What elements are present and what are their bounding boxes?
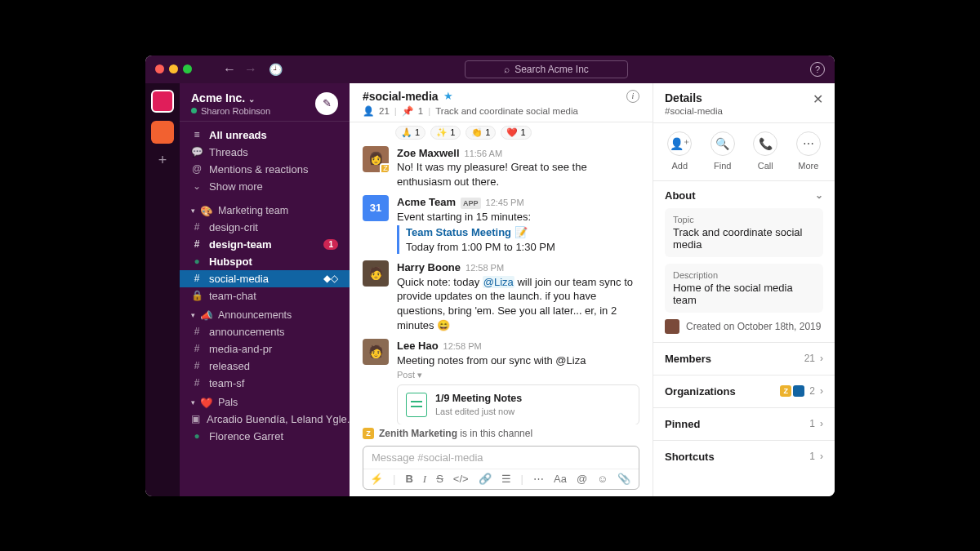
- bold-button[interactable]: B: [405, 473, 412, 485]
- message[interactable]: 🧑 Lee Hao12:58 PM Meeting notes from our…: [350, 335, 653, 424]
- code-button[interactable]: </>: [453, 473, 469, 485]
- reaction[interactable]: 👏1: [466, 126, 496, 140]
- minimize-window-button[interactable]: [169, 64, 178, 73]
- sidebar-channel-hubspot[interactable]: ●Hubspot: [180, 253, 350, 270]
- details-add-button[interactable]: 👤⁺Add: [658, 131, 702, 171]
- details-find-button[interactable]: 🔍Find: [702, 131, 745, 171]
- more-format-button[interactable]: ⋯: [533, 473, 544, 485]
- message-author[interactable]: Zoe Maxwell: [397, 146, 460, 161]
- details-about-section: About⌄ Topic Track and coordinate social…: [653, 181, 835, 343]
- sidebar-channel-released[interactable]: #released: [180, 358, 350, 375]
- unread-badge: 1: [323, 239, 338, 250]
- sidebar-channel-social-media[interactable]: #social-media◆◇: [180, 270, 350, 287]
- pin-icon: 📌: [402, 105, 413, 117]
- composer-input[interactable]: Message #social-media: [363, 447, 639, 469]
- sidebar-threads[interactable]: 💬Threads: [180, 144, 350, 161]
- post-type-label[interactable]: Post ▾: [397, 369, 639, 381]
- reaction[interactable]: ✨1: [430, 126, 461, 140]
- details-organizations-row[interactable]: OrganizationsZ2 ›: [653, 375, 835, 408]
- shortcuts-button[interactable]: ⚡: [370, 473, 383, 485]
- pin-count[interactable]: 1: [418, 106, 423, 116]
- link-button[interactable]: 🔗: [479, 473, 492, 485]
- created-info: Created on October 18th, 2019: [665, 319, 823, 334]
- details-call-button[interactable]: 📞Call: [744, 131, 787, 171]
- file-attachment[interactable]: 1/9 Meeting Notes Last edited just now: [397, 384, 639, 424]
- details-pinned-row[interactable]: Pinned1 ›: [653, 408, 835, 441]
- details-more-button[interactable]: ⋯More: [787, 131, 831, 171]
- person-icon: 👤: [363, 105, 374, 117]
- italic-button[interactable]: I: [423, 473, 426, 486]
- channel-name[interactable]: #social-media: [363, 90, 439, 103]
- sidebar-dm-2[interactable]: ●Florence Garret: [180, 428, 350, 445]
- strike-button[interactable]: S: [436, 473, 443, 485]
- message-composer[interactable]: Message #social-media ⚡| B I S </> 🔗 ☰ |…: [363, 446, 639, 490]
- details-members-row[interactable]: Members21 ›: [653, 343, 835, 375]
- chevron-down-icon: ⌄: [191, 180, 203, 192]
- details-pane: Details #social-media ✕ 👤⁺Add 🔍Find 📞Cal…: [653, 83, 835, 496]
- sidebar-channel-media-and-pr[interactable]: #media-and-pr: [180, 340, 350, 358]
- add-workspace-button[interactable]: +: [158, 152, 167, 169]
- message[interactable]: 31 Acme TeamAPP12:45 PM Event starting i…: [350, 192, 653, 257]
- maximize-window-button[interactable]: [183, 64, 192, 73]
- sidebar-channel-announcements[interactable]: #announcements: [180, 323, 350, 340]
- sidebar-dm-1[interactable]: ▣Arcadio Buendía, Leland Ygle...: [180, 411, 350, 428]
- calendar-event[interactable]: Team Status Meeting 📝 Today from 1:00 PM…: [397, 225, 555, 254]
- star-icon[interactable]: ★: [443, 90, 453, 102]
- channel-topic-short[interactable]: Track and coordinate social media: [435, 106, 578, 116]
- about-header[interactable]: About⌄: [665, 189, 823, 202]
- workspace-switcher-2[interactable]: [151, 121, 174, 144]
- sidebar-channel-team-sf[interactable]: #team-sf: [180, 375, 350, 392]
- app-badge: APP: [461, 198, 481, 209]
- message-author[interactable]: Acme Team: [397, 195, 456, 210]
- history-button[interactable]: 🕘: [269, 63, 283, 76]
- avatar[interactable]: 31: [363, 195, 389, 221]
- channel-info-button[interactable]: i: [626, 90, 639, 103]
- attach-button[interactable]: 📎: [617, 473, 630, 485]
- list-button[interactable]: ☰: [501, 473, 511, 485]
- message-author[interactable]: Lee Hao: [397, 339, 439, 353]
- help-button[interactable]: ?: [810, 62, 825, 77]
- sidebar-mentions[interactable]: @Mentions & reactions: [180, 161, 350, 178]
- description-block[interactable]: Description Home of the social media tea…: [665, 264, 823, 313]
- avatar[interactable]: 👩Z: [363, 146, 389, 172]
- compose-button[interactable]: ✎: [315, 92, 338, 115]
- nav-back-button[interactable]: ←: [223, 62, 236, 77]
- avatar[interactable]: 🧑: [363, 339, 389, 365]
- reaction-row: 🙏1 ✨1 👏1 ❤️1: [350, 122, 653, 141]
- channel-header: #social-media ★ i 👤21 | 📌1 | Track and c…: [350, 83, 653, 122]
- org-badge-icon: Z: [363, 428, 374, 439]
- workspace-switcher-1[interactable]: [151, 90, 174, 113]
- sidebar-show-more[interactable]: ⌄Show more: [180, 178, 350, 195]
- reaction[interactable]: ❤️1: [501, 126, 531, 140]
- mention-button[interactable]: @: [577, 473, 587, 485]
- message[interactable]: 👩Z Zoe Maxwell11:56 AM No! It was my ple…: [350, 143, 653, 193]
- workspace-name[interactable]: Acme Inc. ⌄: [191, 91, 270, 104]
- nav-forward-button[interactable]: →: [244, 62, 257, 77]
- message-list: 👩Z Zoe Maxwell11:56 AM No! It was my ple…: [350, 141, 653, 424]
- close-details-button[interactable]: ✕: [813, 91, 823, 107]
- avatar[interactable]: 🧑: [363, 260, 389, 287]
- sidebar: Acme Inc. ⌄ Sharon Robinson ✎ ≡All unrea…: [180, 83, 350, 496]
- find-icon: 🔍: [710, 131, 735, 156]
- message-author[interactable]: Harry Boone: [397, 260, 461, 275]
- sidebar-all-unreads[interactable]: ≡All unreads: [180, 127, 350, 144]
- message-body: Event starting in 15 minutes:: [397, 210, 555, 224]
- format-toggle-button[interactable]: Aa: [554, 473, 567, 485]
- sidebar-group-announcements[interactable]: ▾📣Announcements: [180, 304, 350, 323]
- message[interactable]: 🧑 Harry Boone12:58 PM Quick note: today …: [350, 257, 653, 335]
- presence-indicator: [191, 108, 197, 113]
- status-emoji: Z: [380, 163, 389, 172]
- search-input[interactable]: ⌕ Search Acme Inc: [465, 60, 628, 78]
- member-count[interactable]: 21: [379, 106, 390, 116]
- sidebar-group-pals[interactable]: ▾❤️Pals: [180, 392, 350, 411]
- sidebar-channel-team-chat[interactable]: 🔒team-chat: [180, 287, 350, 304]
- reaction[interactable]: 🙏1: [395, 126, 425, 140]
- mention[interactable]: @Liza: [483, 276, 514, 288]
- close-window-button[interactable]: [155, 64, 164, 73]
- topic-block[interactable]: Topic Track and coordinate social media: [665, 208, 823, 257]
- sidebar-channel-design-team[interactable]: #design-team1: [180, 236, 350, 253]
- details-shortcuts-row[interactable]: Shortcuts1 ›: [653, 441, 835, 473]
- sidebar-channel-design-crit[interactable]: #design-crit: [180, 219, 350, 236]
- sidebar-group-marketing[interactable]: ▾🎨Marketing team: [180, 200, 350, 219]
- emoji-button[interactable]: ☺: [597, 473, 608, 485]
